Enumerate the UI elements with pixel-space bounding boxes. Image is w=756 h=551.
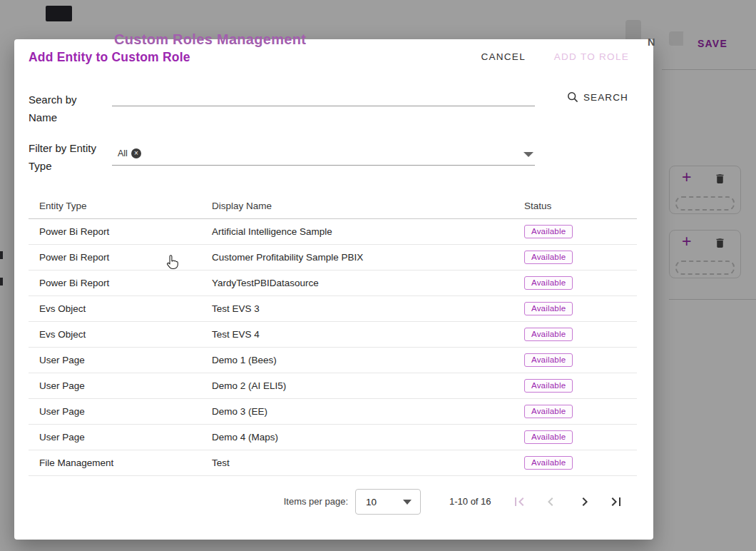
chip-remove-icon[interactable]: × bbox=[131, 148, 141, 158]
table-row[interactable]: Power Bi Report Artificial Intelligence … bbox=[29, 219, 637, 245]
cell-display-name: Demo 2 (AI ELI5) bbox=[212, 380, 524, 391]
table-row[interactable]: User Page Demo 1 (Bees) Available bbox=[29, 348, 637, 373]
cell-entity-type: Power Bi Report bbox=[29, 226, 212, 237]
status-badge: Available bbox=[524, 430, 573, 444]
status-badge: Available bbox=[524, 405, 573, 418]
first-page-icon bbox=[511, 493, 528, 510]
table-row[interactable]: Power Bi Report Customer Profitability S… bbox=[29, 245, 637, 271]
filter-chip-label: All bbox=[118, 148, 128, 158]
dialog-title: Add Entity to Custom Role bbox=[29, 50, 190, 65]
status-badge: Available bbox=[524, 456, 573, 470]
entity-type-select[interactable]: All × bbox=[112, 143, 535, 166]
cell-display-name: Test bbox=[212, 458, 524, 468]
add-entity-dialog: Add Entity to Custom Role CANCEL ADD TO … bbox=[14, 39, 653, 540]
status-badge: Available bbox=[524, 251, 573, 264]
cell-entity-type: User Page bbox=[29, 355, 212, 365]
filter-label: Filter by Entity Type bbox=[29, 139, 108, 175]
next-page-button[interactable] bbox=[576, 493, 593, 510]
table-row[interactable]: Evs Object Test EVS 3 Available bbox=[29, 296, 637, 322]
cancel-button[interactable]: CANCEL bbox=[481, 51, 526, 64]
filter-chip[interactable]: All × bbox=[118, 148, 141, 158]
select-arrow-icon bbox=[403, 500, 412, 505]
column-header-display-name: Display Name bbox=[212, 201, 524, 211]
search-button-label: SEARCH bbox=[583, 92, 628, 103]
cell-display-name: Artificial Intelligence Sample bbox=[212, 226, 524, 237]
status-badge: Available bbox=[524, 302, 573, 315]
search-input[interactable] bbox=[112, 88, 535, 106]
table-row[interactable]: User Page Demo 3 (EE) Available bbox=[29, 399, 637, 425]
table-row[interactable]: File Management Test Available bbox=[29, 450, 637, 476]
page-range-label: 1-10 of 16 bbox=[449, 489, 491, 515]
cell-entity-type: User Page bbox=[29, 406, 212, 417]
cell-entity-type: File Management bbox=[29, 458, 212, 468]
cell-display-name: Demo 3 (EE) bbox=[212, 406, 524, 417]
entity-table-body: Power Bi Report Artificial Intelligence … bbox=[29, 219, 637, 476]
table-row[interactable]: Power Bi Report YardyTestPBIDatasource A… bbox=[29, 271, 637, 296]
previous-page-button[interactable] bbox=[542, 493, 559, 510]
status-badge: Available bbox=[524, 276, 573, 290]
column-header-entity-type: Entity Type bbox=[29, 201, 212, 211]
dropdown-arrow-icon[interactable] bbox=[523, 152, 533, 157]
cell-display-name: Demo 4 (Maps) bbox=[212, 432, 524, 443]
background-partial-text: N bbox=[648, 36, 655, 48]
last-page-button[interactable] bbox=[608, 493, 625, 510]
status-badge: Available bbox=[524, 379, 573, 393]
table-header-row: Entity Type Display Name Status bbox=[29, 193, 637, 219]
entity-table: Entity Type Display Name Status Power Bi… bbox=[29, 193, 637, 476]
page-size-value: 10 bbox=[366, 497, 377, 507]
table-row[interactable]: User Page Demo 4 (Maps) Available bbox=[29, 425, 637, 450]
cell-display-name: Demo 1 (Bees) bbox=[212, 355, 524, 365]
cell-entity-type: User Page bbox=[29, 432, 212, 443]
cell-entity-type: Evs Object bbox=[29, 329, 212, 340]
cell-display-name: Test EVS 3 bbox=[212, 303, 524, 314]
background-page-title: Custom Roles Management bbox=[114, 31, 306, 48]
add-to-role-button[interactable]: ADD TO ROLE bbox=[554, 51, 629, 64]
mouse-cursor bbox=[165, 254, 178, 271]
status-badge: Available bbox=[524, 225, 573, 238]
table-row[interactable]: Evs Object Test EVS 4 Available bbox=[29, 322, 637, 348]
cell-display-name: Test EVS 4 bbox=[212, 329, 524, 340]
cell-display-name: YardyTestPBIDatasource bbox=[212, 278, 524, 288]
status-badge: Available bbox=[524, 328, 573, 341]
cell-display-name: Customer Profitability Sample PBIX bbox=[212, 252, 524, 263]
cell-entity-type: Evs Object bbox=[29, 303, 212, 314]
column-header-status: Status bbox=[524, 201, 637, 211]
page-size-select[interactable]: 10 bbox=[355, 489, 421, 515]
search-icon bbox=[567, 91, 578, 103]
status-badge: Available bbox=[524, 353, 573, 367]
cell-entity-type: User Page bbox=[29, 380, 212, 391]
screen: SAVE + + Custom Roles Management N Add E… bbox=[0, 0, 756, 551]
search-label: Search by Name bbox=[29, 91, 103, 126]
chevron-right-icon bbox=[576, 493, 593, 510]
chevron-left-icon bbox=[542, 493, 559, 510]
cell-entity-type: Power Bi Report bbox=[29, 278, 212, 288]
items-per-page-label: Items per page: bbox=[250, 489, 348, 515]
table-row[interactable]: User Page Demo 2 (AI ELI5) Available bbox=[29, 373, 637, 399]
cell-entity-type: Power Bi Report bbox=[29, 252, 212, 263]
first-page-button[interactable] bbox=[511, 493, 528, 510]
last-page-icon bbox=[608, 493, 625, 510]
search-button[interactable]: SEARCH bbox=[567, 89, 628, 106]
